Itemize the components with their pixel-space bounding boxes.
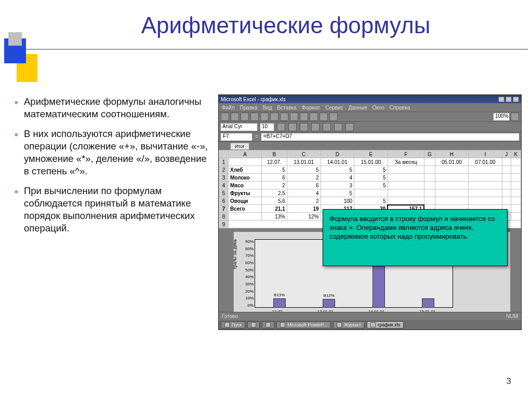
name-box[interactable]: F7 xyxy=(221,133,252,141)
cell[interactable] xyxy=(388,182,424,189)
menu-item[interactable]: Вид xyxy=(262,105,272,111)
cell[interactable] xyxy=(511,213,521,221)
cell[interactable] xyxy=(511,205,521,213)
toolbar-button[interactable] xyxy=(511,113,519,121)
col-header[interactable]: C xyxy=(287,150,321,158)
cell[interactable] xyxy=(388,189,424,197)
col-header[interactable]: I xyxy=(469,150,502,158)
cell[interactable]: 12.07. xyxy=(261,158,287,166)
menu-item[interactable]: Окно xyxy=(373,105,384,111)
cell[interactable]: 13.01.01 xyxy=(287,158,321,166)
cell[interactable] xyxy=(388,166,424,174)
toolbar-button[interactable] xyxy=(231,113,239,121)
cell[interactable]: Овощи xyxy=(229,197,262,205)
row-header[interactable]: 1 xyxy=(219,158,229,166)
taskbar-app[interactable]: Microsoft PowerP... xyxy=(276,321,331,328)
cell[interactable] xyxy=(511,197,521,205)
cell[interactable]: За месяц xyxy=(388,158,424,166)
taskbar-app[interactable] xyxy=(247,321,260,328)
font-name-box[interactable]: Arial Cyr xyxy=(221,123,257,131)
cell[interactable]: 100 xyxy=(321,197,354,205)
cell[interactable]: 5 xyxy=(321,189,354,197)
cell[interactable] xyxy=(424,174,435,182)
col-header[interactable]: D xyxy=(321,150,354,158)
cell[interactable]: 12% xyxy=(287,213,321,221)
menu-item[interactable]: Правка xyxy=(240,105,258,111)
row-header[interactable]: 2 xyxy=(219,166,229,174)
close-button[interactable] xyxy=(513,97,519,102)
toolbar-button[interactable] xyxy=(334,123,342,131)
toolbar-button[interactable] xyxy=(280,113,288,121)
col-header[interactable]: A xyxy=(229,150,262,158)
formula-input[interactable]: =B7+C7+D7 xyxy=(261,133,519,141)
toolbar-button[interactable] xyxy=(270,113,278,121)
cell[interactable] xyxy=(424,158,435,166)
cell[interactable] xyxy=(424,166,435,174)
cell[interactable]: Молоко xyxy=(229,174,262,182)
cell[interactable] xyxy=(502,158,511,166)
toolbar-button[interactable] xyxy=(300,113,308,121)
cell[interactable]: 2 xyxy=(287,197,321,205)
cell[interactable]: 3 xyxy=(321,182,354,189)
toolbar-button[interactable] xyxy=(288,123,297,131)
cell[interactable]: 5 xyxy=(354,174,388,182)
col-header[interactable]: B xyxy=(261,150,287,158)
col-header[interactable]: G xyxy=(424,150,435,158)
cell[interactable]: 2 xyxy=(261,182,287,189)
cell[interactable]: 4 xyxy=(321,174,354,182)
row-header[interactable]: 6 xyxy=(219,197,229,205)
toolbar-button[interactable] xyxy=(329,113,338,121)
cell[interactable] xyxy=(469,166,502,174)
cell[interactable]: 5 xyxy=(354,166,388,174)
cell[interactable] xyxy=(435,174,469,182)
cell[interactable]: 21,1 xyxy=(261,205,287,213)
toolbar-button[interactable] xyxy=(311,123,320,131)
cell[interactable]: 05.01.00 xyxy=(435,158,469,166)
cell[interactable]: 07.01.00 xyxy=(469,158,502,166)
menu-item[interactable]: Файл xyxy=(222,105,235,111)
menu-item[interactable]: Формат xyxy=(302,105,321,111)
cell[interactable] xyxy=(502,174,511,182)
cell[interactable] xyxy=(469,197,502,205)
toolbar-button[interactable] xyxy=(241,113,249,121)
cell[interactable] xyxy=(354,189,388,197)
cell[interactable] xyxy=(502,182,511,189)
menu-item[interactable]: Вставка xyxy=(277,105,296,111)
cell[interactable]: 5 xyxy=(321,166,354,174)
corner-cell[interactable] xyxy=(219,150,229,158)
cell[interactable] xyxy=(424,189,435,197)
row-header[interactable]: 3 xyxy=(219,174,229,182)
toolbar-button[interactable] xyxy=(260,113,269,121)
cell[interactable]: 19 xyxy=(287,205,321,213)
menu-item[interactable]: Справка xyxy=(390,105,410,111)
col-header[interactable]: F xyxy=(388,150,424,158)
cell[interactable] xyxy=(388,174,424,182)
toolbar-button[interactable] xyxy=(300,123,308,131)
cell[interactable]: 5,6 xyxy=(261,197,287,205)
cell[interactable]: 6 xyxy=(287,182,321,189)
col-header[interactable]: H xyxy=(435,150,469,158)
col-header[interactable]: K xyxy=(511,150,521,158)
taskbar-app-active[interactable]: график.xls xyxy=(367,321,404,328)
col-header[interactable]: E xyxy=(354,150,388,158)
cell[interactable]: 13% xyxy=(261,213,287,221)
zoom-box[interactable]: 100% xyxy=(494,113,509,120)
sheet-tab[interactable]: Итог xyxy=(230,143,249,150)
cell[interactable] xyxy=(469,174,502,182)
minimize-button[interactable] xyxy=(498,97,504,102)
toolbar-button[interactable] xyxy=(320,113,328,121)
cell[interactable]: 2 xyxy=(287,174,321,182)
toolbar-button[interactable] xyxy=(277,123,285,131)
row-header[interactable]: 5 xyxy=(219,189,229,197)
row-header[interactable]: 8 xyxy=(219,213,229,221)
cell[interactable]: 5 xyxy=(354,182,388,189)
cell[interactable] xyxy=(502,197,511,205)
row-header[interactable]: 4 xyxy=(219,182,229,189)
toolbar-button[interactable] xyxy=(345,123,354,131)
cell[interactable] xyxy=(435,182,469,189)
cell[interactable] xyxy=(229,158,262,166)
taskbar-app[interactable]: Журнал xyxy=(333,321,365,328)
cell[interactable] xyxy=(388,197,424,205)
cell[interactable] xyxy=(469,189,502,197)
cell[interactable] xyxy=(511,158,521,166)
